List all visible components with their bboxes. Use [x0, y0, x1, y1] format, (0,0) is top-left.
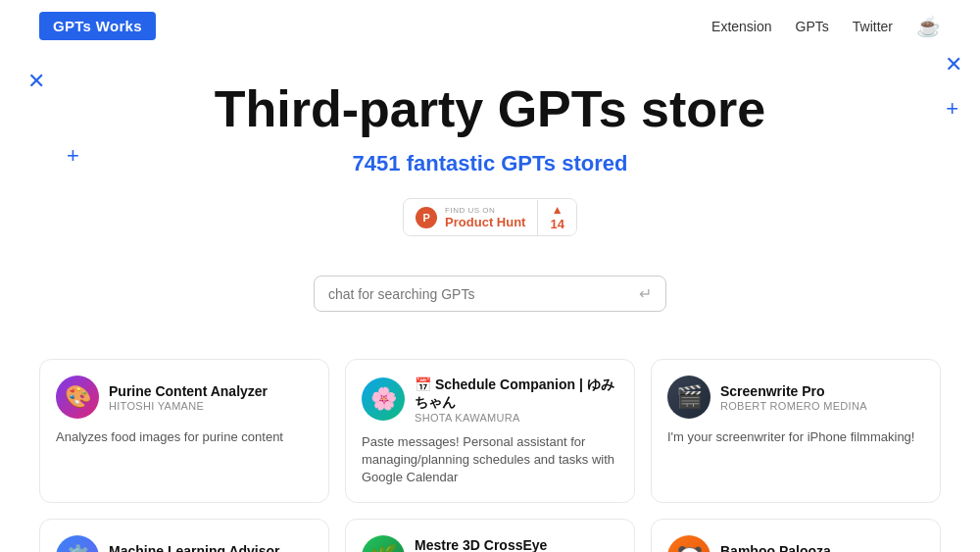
avatar: 🌸	[362, 377, 405, 421]
ph-vote-section: ▲ 14	[538, 199, 575, 235]
search-box: ↵	[314, 276, 666, 312]
card-name: Screenwrite Pro	[720, 382, 867, 400]
card-info: 📅 Schedule Companion | ゆみちゃん SHOTA KAWAM…	[415, 376, 618, 423]
hero-section: Third-party GPTs store 7451 fantastic GP…	[0, 52, 980, 359]
logo[interactable]: GPTs Works	[39, 12, 156, 40]
card-desc: Paste messages! Personal assistant for m…	[362, 433, 618, 487]
card-screenwrite[interactable]: 🎬 Screenwrite Pro Robert Romero Medina I…	[651, 359, 941, 503]
card-info: Machine Learning Advisor Haotian Song	[109, 542, 280, 552]
nav-gpts[interactable]: GPTs	[796, 19, 829, 34]
card-info: Screenwrite Pro Robert Romero Medina	[720, 382, 867, 412]
card-header: 🎨 Purine Content Analyzer HITOSHI YAMANE	[56, 376, 313, 419]
card-header: 🌸 📅 Schedule Companion | ゆみちゃん SHOTA KAW…	[362, 376, 618, 423]
card-name: Purine Content Analyzer	[109, 382, 268, 400]
card-header: ⚙️ Machine Learning Advisor Haotian Song	[56, 535, 313, 552]
card-info: Mestre 3D CrossEye GUSTAVO DE MAGALHAES …	[415, 536, 618, 552]
hero-subtitle: 7451 fantastic GPTs stored	[20, 151, 960, 176]
nav-twitter[interactable]: Twitter	[853, 19, 893, 34]
avatar: 🌿	[362, 535, 405, 552]
ph-arrow-icon: ▲	[552, 203, 564, 217]
card-info: Purine Content Analyzer HITOSHI YAMANE	[109, 382, 268, 412]
ph-name: Product Hunt	[445, 215, 525, 229]
card-header: 🐼 Bamboo Palooza JUAN C QUINTERO ROMERO	[667, 535, 924, 552]
avatar: ⚙️	[56, 535, 99, 552]
coffee-icon[interactable]: ☕	[916, 15, 941, 38]
card-author: SHOTA KAWAMURA	[415, 412, 618, 424]
card-info: Bamboo Palooza JUAN C QUINTERO ROMERO	[720, 542, 877, 552]
search-input[interactable]	[328, 286, 639, 302]
avatar: 🎨	[56, 376, 99, 419]
card-ml-advisor[interactable]: ⚙️ Machine Learning Advisor Haotian Song…	[39, 519, 329, 552]
ph-find-label: FIND US ON	[445, 206, 495, 215]
card-header: 🌿 Mestre 3D CrossEye GUSTAVO DE MAGALHAE…	[362, 535, 618, 552]
ph-count: 14	[550, 217, 564, 231]
card-name: Machine Learning Advisor	[109, 542, 280, 552]
enter-icon: ↵	[639, 284, 652, 303]
avatar: 🐼	[667, 535, 710, 552]
card-header: 🎬 Screenwrite Pro Robert Romero Medina	[667, 376, 924, 419]
producthunt-badge[interactable]: P FIND US ON Product Hunt ▲ 14	[403, 198, 577, 236]
card-desc: Analyzes food images for purine content	[56, 428, 313, 446]
ph-left-section: P FIND US ON Product Hunt	[404, 200, 538, 235]
avatar: 🎬	[667, 376, 710, 419]
cards-grid: 🎨 Purine Content Analyzer HITOSHI YAMANE…	[0, 359, 980, 552]
card-name: Bamboo Palooza	[720, 542, 877, 552]
card-name: Mestre 3D CrossEye	[415, 536, 618, 552]
card-purine[interactable]: 🎨 Purine Content Analyzer HITOSHI YAMANE…	[39, 359, 329, 503]
navbar: GPTs Works Extension GPTs Twitter ☕	[0, 0, 980, 52]
search-wrapper: ↵	[20, 276, 960, 312]
card-schedule[interactable]: 🌸 📅 Schedule Companion | ゆみちゃん SHOTA KAW…	[345, 359, 635, 503]
hero-subtitle-rest: fantastic GPTs stored	[401, 151, 628, 176]
card-bamboo[interactable]: 🐼 Bamboo Palooza JUAN C QUINTERO ROMERO …	[651, 519, 941, 552]
ph-icon: P	[416, 207, 437, 228]
nav-links: Extension GPTs Twitter ☕	[711, 15, 941, 38]
card-mestre3d[interactable]: 🌿 Mestre 3D CrossEye GUSTAVO DE MAGALHAE…	[345, 519, 635, 552]
card-author: HITOSHI YAMANE	[109, 400, 268, 412]
hero-title: Third-party GPTs store	[20, 81, 960, 137]
card-name: 📅 Schedule Companion | ゆみちゃん	[415, 376, 618, 411]
card-author: Robert Romero Medina	[720, 400, 867, 412]
hero-count: 7451	[353, 151, 401, 176]
card-desc: I'm your screenwriter for iPhone filmmak…	[667, 428, 924, 446]
nav-extension[interactable]: Extension	[711, 19, 771, 34]
ph-text: FIND US ON Product Hunt	[445, 206, 525, 229]
